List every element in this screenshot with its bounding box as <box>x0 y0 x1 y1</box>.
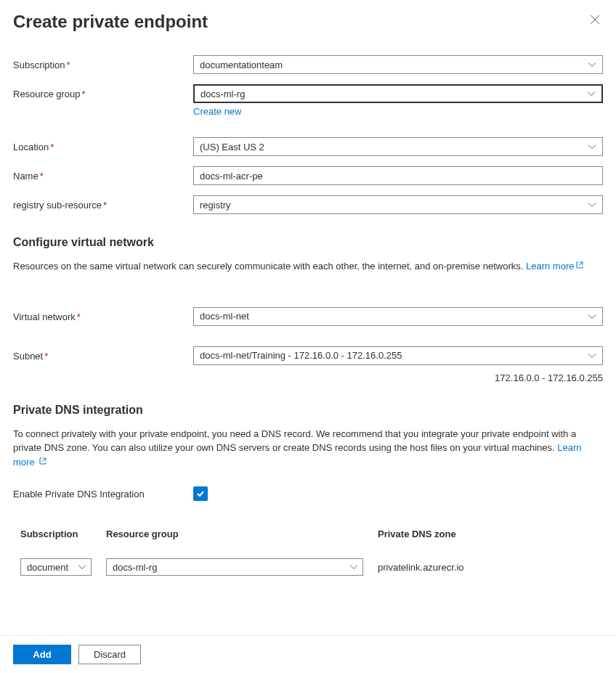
chevron-down-icon <box>588 350 596 361</box>
chevron-down-icon <box>349 562 358 573</box>
enable-dns-checkbox[interactable] <box>193 486 208 501</box>
subnet-select[interactable]: docs-ml-net/Training - 172.16.0.0 - 172.… <box>193 346 603 365</box>
dns-col-subscription-header: Subscription <box>20 529 106 539</box>
chevron-down-icon <box>588 200 596 211</box>
subnet-range-text: 172.16.0.0 - 172.16.0.255 <box>495 372 603 383</box>
chevron-down-icon <box>588 60 596 70</box>
dns-resource-group-select[interactable]: docs-ml-rg <box>106 558 363 576</box>
add-button[interactable]: Add <box>13 645 71 664</box>
dns-col-rg-header: Resource group <box>106 529 378 539</box>
resource-group-select[interactable]: docs-ml-rg <box>193 84 603 103</box>
sub-resource-label: registry sub-resource* <box>13 195 193 211</box>
vnet-section-description: Resources on the same virtual network ca… <box>13 259 603 274</box>
vnet-learn-more-link[interactable]: Learn more <box>526 261 584 272</box>
chevron-down-icon <box>588 142 596 152</box>
page-title: Create private endpoint <box>13 12 208 32</box>
external-link-icon <box>38 455 47 470</box>
footer-bar: Add Discard <box>0 635 616 673</box>
name-label: Name* <box>13 166 193 181</box>
dns-zone-value: privatelink.azurecr.io <box>378 562 603 573</box>
check-icon <box>195 489 206 499</box>
create-new-link[interactable]: Create new <box>193 106 241 117</box>
chevron-down-icon <box>587 89 596 99</box>
close-icon[interactable] <box>587 12 603 30</box>
virtual-network-label: Virtual network* <box>13 307 193 322</box>
vnet-section-heading: Configure virtual network <box>13 236 603 249</box>
dns-col-zone-header: Private DNS zone <box>378 529 603 539</box>
chevron-down-icon <box>588 311 596 322</box>
virtual-network-select[interactable]: docs-ml-net <box>193 307 603 326</box>
resource-group-label: Resource group* <box>13 84 193 99</box>
subscription-select[interactable]: documentationteam <box>193 55 603 74</box>
name-input[interactable]: docs-ml-acr-pe <box>193 166 603 185</box>
dns-section-heading: Private DNS integration <box>13 404 603 417</box>
location-select[interactable]: (US) East US 2 <box>193 137 603 156</box>
enable-dns-label: Enable Private DNS Integration <box>13 489 193 499</box>
external-link-icon <box>575 259 584 274</box>
dns-section-description: To connect privately with your private e… <box>13 427 603 470</box>
subnet-label: Subnet* <box>13 346 193 362</box>
discard-button[interactable]: Discard <box>78 645 141 664</box>
location-label: Location* <box>13 137 193 152</box>
subscription-label: Subscription* <box>13 55 193 70</box>
sub-resource-select[interactable]: registry <box>193 195 603 214</box>
dns-subscription-select[interactable]: document <box>20 558 92 576</box>
dns-table-row: document docs-ml-rg privatelink.azurecr.… <box>20 558 603 576</box>
chevron-down-icon <box>78 562 86 573</box>
